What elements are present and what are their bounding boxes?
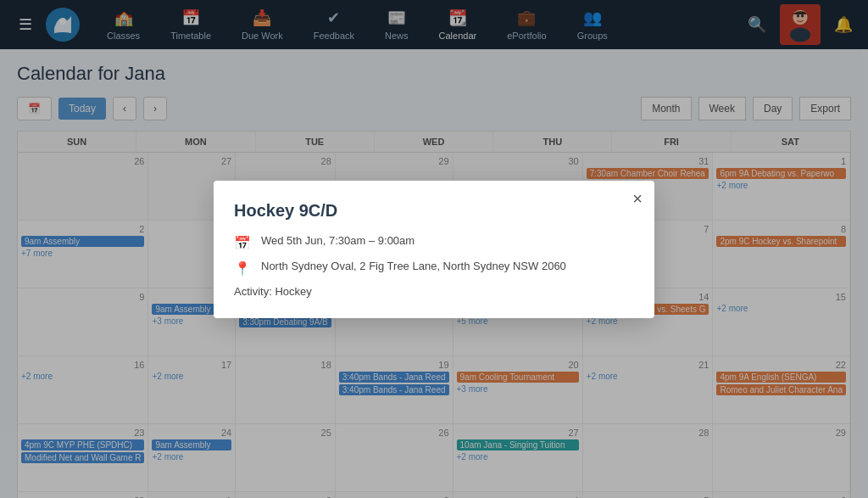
modal-activity: Activity: Hockey: [234, 285, 634, 298]
modal-datetime: Wed 5th Jun, 7:30am – 9:00am: [261, 234, 415, 247]
location-icon: 📍: [234, 260, 251, 277]
event-modal: × Hockey 9C/D 📅 Wed 5th Jun, 7:30am – 9:…: [214, 181, 654, 318]
modal-location: North Sydney Oval, 2 Fig Tree Lane, Nort…: [261, 260, 566, 272]
modal-overlay[interactable]: × Hockey 9C/D 📅 Wed 5th Jun, 7:30am – 9:…: [0, 0, 868, 498]
calendar-icon: 📅: [234, 235, 251, 251]
modal-datetime-row: 📅 Wed 5th Jun, 7:30am – 9:00am: [234, 234, 634, 251]
modal-location-row: 📍 North Sydney Oval, 2 Fig Tree Lane, No…: [234, 260, 634, 277]
modal-title: Hockey 9C/D: [234, 201, 634, 221]
modal-close-button[interactable]: ×: [632, 189, 643, 209]
